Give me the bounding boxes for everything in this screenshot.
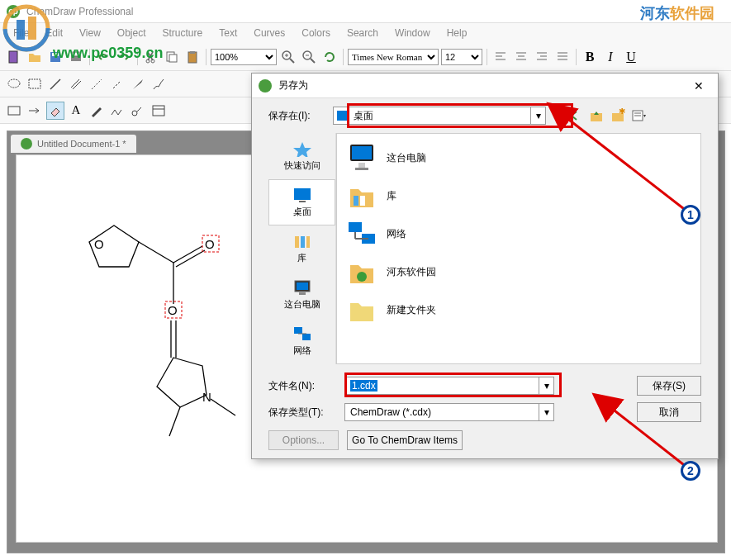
double-bond-tool[interactable] xyxy=(67,75,85,93)
cancel-button[interactable]: 取消 xyxy=(637,402,701,422)
goto-chemdraw-button[interactable]: Go To ChemDraw Items xyxy=(347,430,463,450)
svg-rect-87 xyxy=(360,196,365,206)
menu-edit[interactable]: Edit xyxy=(39,26,69,40)
menu-window[interactable]: Window xyxy=(388,26,437,40)
chevron-down-icon[interactable]: ▾ xyxy=(539,404,553,420)
text-tool[interactable]: A xyxy=(67,102,85,120)
bold-button[interactable]: B xyxy=(581,48,599,66)
sidebar-item-label: 快速访问 xyxy=(284,159,320,172)
file-name: 库 xyxy=(387,189,396,203)
file-item-library[interactable]: 库 xyxy=(347,177,691,215)
new-folder-icon[interactable]: ✱ xyxy=(610,108,625,123)
zoom-select[interactable]: 100% xyxy=(211,49,277,65)
fontsize-select[interactable]: 12 xyxy=(441,49,482,65)
library-icon xyxy=(292,233,312,249)
sidebar-item-library[interactable]: 库 xyxy=(268,225,335,272)
svg-line-51 xyxy=(139,242,173,263)
menu-structure[interactable]: Structure xyxy=(156,26,210,40)
save-button[interactable] xyxy=(46,48,64,66)
italic-button[interactable]: I xyxy=(601,48,619,66)
svg-rect-14 xyxy=(190,51,195,54)
back-icon[interactable] xyxy=(567,108,582,123)
folder-icon xyxy=(347,295,377,325)
dashed-bond-tool[interactable] xyxy=(88,75,106,93)
network-icon xyxy=(292,325,312,342)
svg-line-39 xyxy=(92,79,102,89)
svg-line-63 xyxy=(211,399,235,415)
sidebar-item-computer[interactable]: 这台电脑 xyxy=(268,272,335,318)
view-menu-icon[interactable] xyxy=(632,108,647,123)
paste-button[interactable] xyxy=(183,48,202,66)
redo-button[interactable] xyxy=(115,48,133,66)
menu-help[interactable]: Help xyxy=(440,26,474,40)
close-button[interactable]: ✕ xyxy=(686,78,711,94)
chevron-down-icon[interactable]: ▾ xyxy=(539,377,553,394)
filetype-combo[interactable]: ChemDraw (*.cdx) ▾ xyxy=(344,403,554,421)
menu-colors[interactable]: Colors xyxy=(295,26,337,40)
save-button[interactable]: 保存(S) xyxy=(637,376,701,396)
svg-rect-73 xyxy=(295,236,299,248)
marquee-tool[interactable] xyxy=(26,75,44,93)
menu-view[interactable]: View xyxy=(73,26,107,40)
up-folder-icon[interactable] xyxy=(589,108,604,123)
arrow-tool[interactable] xyxy=(26,102,44,120)
svg-line-64 xyxy=(169,407,180,436)
sidebar-item-network[interactable]: 网络 xyxy=(268,318,335,364)
file-item-newfolder[interactable]: 新建文件夹 xyxy=(347,291,691,329)
sidebar-item-desktop[interactable]: 桌面 xyxy=(268,179,335,225)
menu-object[interactable]: Object xyxy=(111,26,153,40)
pen-tool[interactable] xyxy=(88,102,106,120)
options-button[interactable]: Options... xyxy=(268,430,339,450)
bond-tool[interactable] xyxy=(46,75,64,93)
file-name: 新建文件夹 xyxy=(387,303,436,317)
print-button[interactable] xyxy=(67,48,85,66)
menu-curves[interactable]: Curves xyxy=(247,26,292,40)
open-button[interactable] xyxy=(26,48,44,66)
hash-bond-tool[interactable] xyxy=(108,75,126,93)
app-icon: cp xyxy=(7,5,20,18)
svg-text:O: O xyxy=(94,237,104,251)
file-item-network[interactable]: 网络 xyxy=(347,215,691,253)
wavy-bond-tool[interactable] xyxy=(150,75,168,93)
svg-line-36 xyxy=(50,79,60,89)
svg-text:O: O xyxy=(168,303,178,317)
filename-input[interactable]: 1.cdx ▾ xyxy=(344,377,554,395)
menu-bar: File Edit View Object Structure Text Cur… xyxy=(0,23,731,43)
cut-button[interactable] xyxy=(142,48,160,66)
file-list[interactable]: 这台电脑 库 网络 河东软件园 新建文件夹 xyxy=(336,133,701,364)
template-tool[interactable] xyxy=(150,102,168,120)
refresh-button[interactable] xyxy=(320,48,339,66)
align-center-button[interactable] xyxy=(512,48,530,66)
font-select[interactable]: Times New Roman xyxy=(348,49,439,65)
star-icon xyxy=(292,140,312,157)
document-tab[interactable]: Untitled Document-1 * xyxy=(11,135,136,153)
svg-text:✱: ✱ xyxy=(619,108,625,116)
align-left-button[interactable] xyxy=(491,48,510,66)
eraser-tool[interactable] xyxy=(46,102,64,120)
copy-button[interactable] xyxy=(163,48,181,66)
sidebar-item-quick[interactable]: 快速访问 xyxy=(268,133,335,179)
align-right-button[interactable] xyxy=(533,48,551,66)
select-tool[interactable] xyxy=(5,102,23,120)
save-in-combo[interactable]: 桌面 ▾ xyxy=(333,107,546,125)
menu-search[interactable]: Search xyxy=(340,26,385,40)
chemical-tool[interactable] xyxy=(129,102,147,120)
sidebar-item-label: 桌面 xyxy=(293,206,311,218)
chain-tool[interactable] xyxy=(108,102,126,120)
zoom-in-button[interactable] xyxy=(279,48,297,66)
lasso-tool[interactable] xyxy=(5,75,23,93)
file-item-hedong[interactable]: 河东软件园 xyxy=(347,253,691,291)
align-justify-button[interactable] xyxy=(553,48,572,66)
chevron-down-icon[interactable]: ▾ xyxy=(530,107,545,124)
svg-rect-4 xyxy=(9,51,17,63)
file-item-computer[interactable]: 这台电脑 xyxy=(347,139,691,177)
underline-button[interactable]: U xyxy=(622,48,640,66)
wedge-bond-tool[interactable] xyxy=(129,75,147,93)
monitor-icon xyxy=(347,143,377,173)
zoom-out-button[interactable] xyxy=(300,48,318,66)
undo-button[interactable] xyxy=(94,48,112,66)
new-button[interactable] xyxy=(5,48,23,66)
menu-text[interactable]: Text xyxy=(212,26,244,40)
menu-file[interactable]: File xyxy=(7,26,36,40)
main-toolbar: 100% Times New Roman 12 B I U xyxy=(0,43,731,71)
